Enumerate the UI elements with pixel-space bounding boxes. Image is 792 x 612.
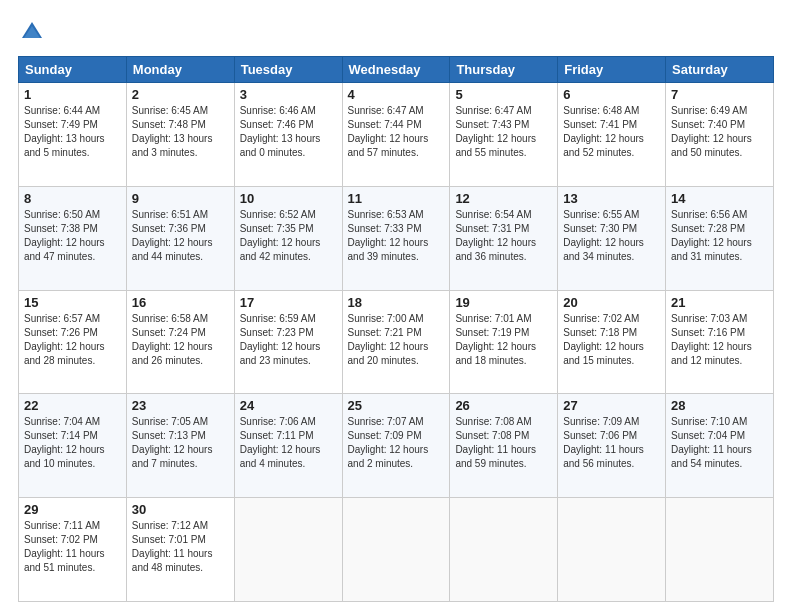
calendar-day-cell: 21Sunrise: 7:03 AM Sunset: 7:16 PM Dayli… [666,290,774,394]
day-info: Sunrise: 6:49 AM Sunset: 7:40 PM Dayligh… [671,104,768,160]
day-info: Sunrise: 6:59 AM Sunset: 7:23 PM Dayligh… [240,312,337,368]
calendar-day-cell [234,498,342,602]
calendar-day-cell [558,498,666,602]
calendar-day-cell: 24Sunrise: 7:06 AM Sunset: 7:11 PM Dayli… [234,394,342,498]
day-info: Sunrise: 6:58 AM Sunset: 7:24 PM Dayligh… [132,312,229,368]
calendar-day-cell [450,498,558,602]
calendar-day-cell: 17Sunrise: 6:59 AM Sunset: 7:23 PM Dayli… [234,290,342,394]
calendar-day-cell: 20Sunrise: 7:02 AM Sunset: 7:18 PM Dayli… [558,290,666,394]
day-info: Sunrise: 6:57 AM Sunset: 7:26 PM Dayligh… [24,312,121,368]
calendar-week-row: 22Sunrise: 7:04 AM Sunset: 7:14 PM Dayli… [19,394,774,498]
day-info: Sunrise: 6:48 AM Sunset: 7:41 PM Dayligh… [563,104,660,160]
calendar-day-cell: 29Sunrise: 7:11 AM Sunset: 7:02 PM Dayli… [19,498,127,602]
day-info: Sunrise: 6:44 AM Sunset: 7:49 PM Dayligh… [24,104,121,160]
day-number: 15 [24,295,121,310]
day-info: Sunrise: 7:08 AM Sunset: 7:08 PM Dayligh… [455,415,552,471]
day-info: Sunrise: 7:09 AM Sunset: 7:06 PM Dayligh… [563,415,660,471]
day-number: 7 [671,87,768,102]
header [18,18,774,46]
day-info: Sunrise: 6:53 AM Sunset: 7:33 PM Dayligh… [348,208,445,264]
day-info: Sunrise: 6:55 AM Sunset: 7:30 PM Dayligh… [563,208,660,264]
day-info: Sunrise: 6:45 AM Sunset: 7:48 PM Dayligh… [132,104,229,160]
day-info: Sunrise: 7:10 AM Sunset: 7:04 PM Dayligh… [671,415,768,471]
day-number: 10 [240,191,337,206]
calendar-day-header: Monday [126,57,234,83]
calendar-day-cell: 6Sunrise: 6:48 AM Sunset: 7:41 PM Daylig… [558,83,666,187]
calendar-day-header: Tuesday [234,57,342,83]
calendar-day-cell: 25Sunrise: 7:07 AM Sunset: 7:09 PM Dayli… [342,394,450,498]
day-number: 30 [132,502,229,517]
calendar-day-cell: 14Sunrise: 6:56 AM Sunset: 7:28 PM Dayli… [666,186,774,290]
day-info: Sunrise: 7:05 AM Sunset: 7:13 PM Dayligh… [132,415,229,471]
day-number: 2 [132,87,229,102]
day-info: Sunrise: 7:02 AM Sunset: 7:18 PM Dayligh… [563,312,660,368]
day-info: Sunrise: 7:03 AM Sunset: 7:16 PM Dayligh… [671,312,768,368]
calendar-day-cell: 13Sunrise: 6:55 AM Sunset: 7:30 PM Dayli… [558,186,666,290]
day-number: 12 [455,191,552,206]
day-info: Sunrise: 7:07 AM Sunset: 7:09 PM Dayligh… [348,415,445,471]
calendar-day-cell: 30Sunrise: 7:12 AM Sunset: 7:01 PM Dayli… [126,498,234,602]
calendar-day-cell: 19Sunrise: 7:01 AM Sunset: 7:19 PM Dayli… [450,290,558,394]
day-number: 29 [24,502,121,517]
day-info: Sunrise: 6:51 AM Sunset: 7:36 PM Dayligh… [132,208,229,264]
day-number: 11 [348,191,445,206]
calendar-day-cell: 26Sunrise: 7:08 AM Sunset: 7:08 PM Dayli… [450,394,558,498]
day-number: 6 [563,87,660,102]
day-number: 14 [671,191,768,206]
day-number: 13 [563,191,660,206]
calendar-day-cell: 10Sunrise: 6:52 AM Sunset: 7:35 PM Dayli… [234,186,342,290]
calendar-day-header: Saturday [666,57,774,83]
calendar-header-row: SundayMondayTuesdayWednesdayThursdayFrid… [19,57,774,83]
day-info: Sunrise: 6:56 AM Sunset: 7:28 PM Dayligh… [671,208,768,264]
calendar-day-cell: 7Sunrise: 6:49 AM Sunset: 7:40 PM Daylig… [666,83,774,187]
day-info: Sunrise: 6:52 AM Sunset: 7:35 PM Dayligh… [240,208,337,264]
day-number: 19 [455,295,552,310]
day-number: 26 [455,398,552,413]
calendar-week-row: 8Sunrise: 6:50 AM Sunset: 7:38 PM Daylig… [19,186,774,290]
day-number: 1 [24,87,121,102]
day-number: 8 [24,191,121,206]
calendar-day-cell: 27Sunrise: 7:09 AM Sunset: 7:06 PM Dayli… [558,394,666,498]
calendar-day-cell: 11Sunrise: 6:53 AM Sunset: 7:33 PM Dayli… [342,186,450,290]
calendar-day-cell: 1Sunrise: 6:44 AM Sunset: 7:49 PM Daylig… [19,83,127,187]
day-info: Sunrise: 7:11 AM Sunset: 7:02 PM Dayligh… [24,519,121,575]
day-info: Sunrise: 6:46 AM Sunset: 7:46 PM Dayligh… [240,104,337,160]
day-info: Sunrise: 7:06 AM Sunset: 7:11 PM Dayligh… [240,415,337,471]
calendar-week-row: 15Sunrise: 6:57 AM Sunset: 7:26 PM Dayli… [19,290,774,394]
logo [18,18,50,46]
calendar-day-cell: 3Sunrise: 6:46 AM Sunset: 7:46 PM Daylig… [234,83,342,187]
calendar-day-cell: 23Sunrise: 7:05 AM Sunset: 7:13 PM Dayli… [126,394,234,498]
day-info: Sunrise: 7:01 AM Sunset: 7:19 PM Dayligh… [455,312,552,368]
calendar-day-header: Wednesday [342,57,450,83]
calendar-day-cell: 4Sunrise: 6:47 AM Sunset: 7:44 PM Daylig… [342,83,450,187]
calendar-week-row: 29Sunrise: 7:11 AM Sunset: 7:02 PM Dayli… [19,498,774,602]
calendar-day-header: Friday [558,57,666,83]
day-info: Sunrise: 6:54 AM Sunset: 7:31 PM Dayligh… [455,208,552,264]
day-info: Sunrise: 6:47 AM Sunset: 7:43 PM Dayligh… [455,104,552,160]
day-number: 25 [348,398,445,413]
calendar-day-cell [342,498,450,602]
day-info: Sunrise: 7:04 AM Sunset: 7:14 PM Dayligh… [24,415,121,471]
calendar-day-cell: 16Sunrise: 6:58 AM Sunset: 7:24 PM Dayli… [126,290,234,394]
calendar-day-cell: 5Sunrise: 6:47 AM Sunset: 7:43 PM Daylig… [450,83,558,187]
day-number: 27 [563,398,660,413]
day-number: 9 [132,191,229,206]
calendar-day-cell: 2Sunrise: 6:45 AM Sunset: 7:48 PM Daylig… [126,83,234,187]
day-number: 17 [240,295,337,310]
day-info: Sunrise: 7:00 AM Sunset: 7:21 PM Dayligh… [348,312,445,368]
day-number: 20 [563,295,660,310]
calendar-day-cell: 12Sunrise: 6:54 AM Sunset: 7:31 PM Dayli… [450,186,558,290]
calendar-day-header: Sunday [19,57,127,83]
day-number: 28 [671,398,768,413]
calendar-day-cell [666,498,774,602]
calendar-day-cell: 22Sunrise: 7:04 AM Sunset: 7:14 PM Dayli… [19,394,127,498]
calendar-day-header: Thursday [450,57,558,83]
logo-icon [18,18,46,46]
day-number: 3 [240,87,337,102]
day-info: Sunrise: 6:47 AM Sunset: 7:44 PM Dayligh… [348,104,445,160]
calendar-week-row: 1Sunrise: 6:44 AM Sunset: 7:49 PM Daylig… [19,83,774,187]
day-number: 22 [24,398,121,413]
day-number: 18 [348,295,445,310]
calendar-day-cell: 18Sunrise: 7:00 AM Sunset: 7:21 PM Dayli… [342,290,450,394]
day-number: 24 [240,398,337,413]
